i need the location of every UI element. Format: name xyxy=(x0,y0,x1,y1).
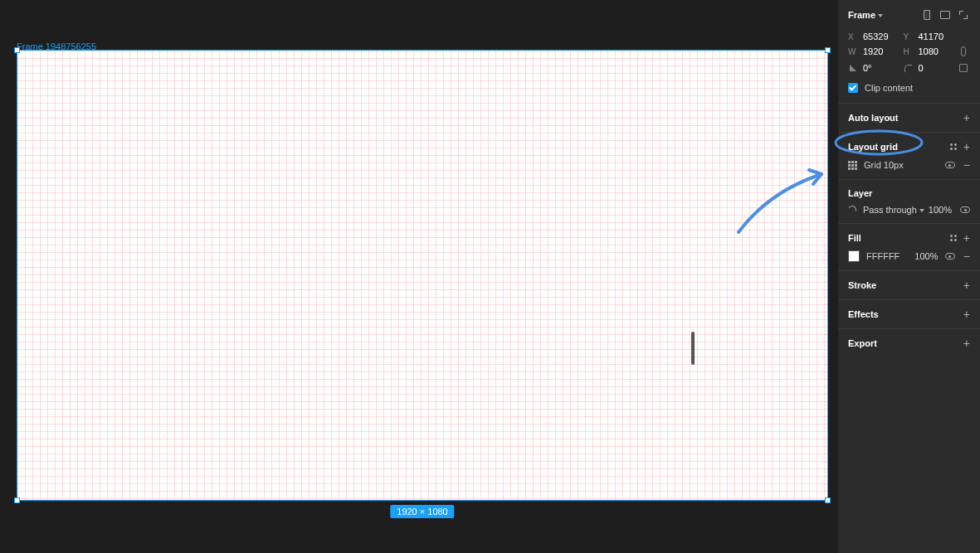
corner-radius-input[interactable]: 0 xyxy=(919,63,956,73)
layout-grid-title: Layout grid xyxy=(848,142,898,152)
y-input[interactable]: 41170 xyxy=(919,32,956,41)
layer-opacity-input[interactable]: 100% xyxy=(929,205,952,215)
add-export-button[interactable]: + xyxy=(963,337,970,349)
fill-style-button[interactable] xyxy=(950,235,957,241)
x-input[interactable]: 65329 xyxy=(863,32,900,41)
resize-handle-top-left[interactable] xyxy=(14,47,20,53)
layout-grid-item-label[interactable]: Grid 10px xyxy=(864,160,904,170)
remove-fill-button[interactable]: − xyxy=(963,250,970,262)
remove-layout-grid-button[interactable]: − xyxy=(963,159,970,171)
canvas-scrollbar[interactable] xyxy=(691,332,695,365)
constrain-proportions-icon[interactable] xyxy=(958,46,968,56)
height-input[interactable]: 1080 xyxy=(919,46,956,56)
layer-title: Layer xyxy=(848,188,872,198)
corner-radius-icon xyxy=(904,63,914,73)
resize-handle-bottom-left[interactable] xyxy=(14,497,20,503)
resize-to-fit-vertical-icon[interactable] xyxy=(920,8,934,22)
resize-to-fit-horizontal-icon[interactable] xyxy=(939,8,952,22)
export-title: Export xyxy=(848,338,877,348)
fill-title: Fill xyxy=(848,233,861,243)
toggle-grid-visibility-icon[interactable] xyxy=(945,162,955,168)
fill-hex-input[interactable]: FFFFFF xyxy=(866,251,900,261)
layer-visibility-icon[interactable] xyxy=(960,206,970,213)
frame-type-dropdown[interactable]: Frame xyxy=(848,10,883,20)
add-layout-grid-button[interactable]: + xyxy=(963,141,970,153)
layout-grid-style-button[interactable] xyxy=(950,143,957,150)
blend-mode-icon xyxy=(847,205,858,216)
fill-opacity-input[interactable]: 100% xyxy=(914,251,938,261)
selected-frame[interactable]: 1920 × 1080 xyxy=(17,50,828,501)
stroke-title: Stroke xyxy=(848,280,876,290)
grid-icon[interactable] xyxy=(848,161,857,170)
properties-panel: Frame X 65329 Y 41170 W 1920 H 1080 0° 0 xyxy=(837,0,980,553)
fill-swatch[interactable] xyxy=(848,250,860,262)
add-effect-button[interactable]: + xyxy=(963,308,970,320)
add-auto-layout-button[interactable]: + xyxy=(963,112,970,124)
auto-layout-title: Auto layout xyxy=(848,113,899,123)
w-label: W xyxy=(848,47,860,56)
y-label: Y xyxy=(904,32,915,41)
clip-content-label: Clip content xyxy=(865,83,913,93)
rotation-icon xyxy=(848,63,858,73)
rotation-input[interactable]: 0° xyxy=(863,63,900,73)
h-label: H xyxy=(904,47,915,56)
fill-visibility-icon[interactable] xyxy=(945,253,955,260)
clip-content-checkbox[interactable] xyxy=(848,83,858,93)
effects-title: Effects xyxy=(848,309,879,319)
width-input[interactable]: 1920 xyxy=(863,46,900,56)
canvas[interactable]: Frame 1948756255 1920 × 1080 xyxy=(0,0,837,553)
expand-icon[interactable] xyxy=(957,8,970,22)
independent-corners-icon[interactable] xyxy=(958,63,968,73)
add-stroke-button[interactable]: + xyxy=(963,279,970,291)
blend-mode-dropdown[interactable]: Pass through xyxy=(863,205,924,215)
add-fill-button[interactable]: + xyxy=(963,232,970,244)
x-label: X xyxy=(848,32,860,41)
resize-handle-top-right[interactable] xyxy=(825,47,831,53)
resize-handle-bottom-right[interactable] xyxy=(825,497,831,503)
dimensions-badge: 1920 × 1080 xyxy=(390,505,454,518)
